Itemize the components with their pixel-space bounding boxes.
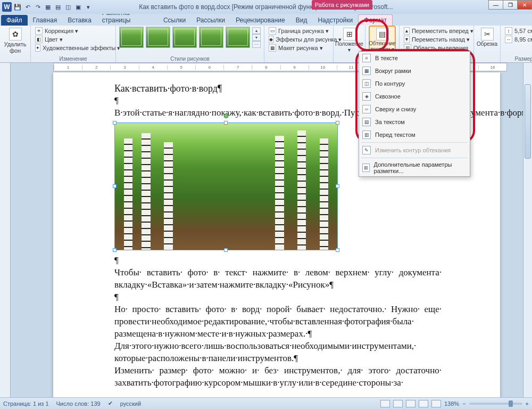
- tab-insert[interactable]: Вставка: [62, 15, 97, 26]
- status-proofing-icon[interactable]: ✔: [108, 400, 113, 407]
- wrap-square-icon: ▦: [362, 67, 371, 75]
- undo-icon[interactable]: ↶: [23, 3, 32, 11]
- redo-icon[interactable]: ↷: [34, 3, 42, 11]
- view-outline-button[interactable]: [419, 400, 428, 407]
- resize-handle[interactable]: [113, 248, 117, 252]
- resize-handle[interactable]: [224, 248, 228, 252]
- wrap-through[interactable]: ◈Сквозное: [359, 90, 470, 103]
- resize-handle[interactable]: [336, 184, 339, 188]
- height-input[interactable]: ↕5,57 см▴▾: [504, 27, 532, 35]
- tab-view[interactable]: Вид: [290, 15, 313, 26]
- save-icon[interactable]: 💾: [13, 3, 22, 11]
- style-thumb[interactable]: [119, 27, 144, 48]
- wrap-behind[interactable]: ▤За текстом: [359, 116, 470, 128]
- zoom-slider[interactable]: [469, 403, 522, 405]
- rotate-handle[interactable]: [224, 113, 229, 118]
- wrap-topbottom[interactable]: ═Сверху и снизу: [359, 103, 470, 116]
- resize-handle[interactable]: [336, 248, 339, 252]
- minimize-button[interactable]: —: [488, 0, 503, 10]
- style-gallery: ▴ ▾ ⋯: [119, 27, 261, 48]
- qat-icon[interactable]: ◫: [64, 3, 72, 11]
- group-label: Размер: [501, 56, 532, 62]
- remove-background-button[interactable]: ✿ Удалить фон: [3, 27, 27, 55]
- zoom-out-button[interactable]: −: [462, 400, 466, 407]
- tab-references[interactable]: Ссылки: [158, 15, 191, 26]
- picture-layout-button[interactable]: ▦Макет рисунка ▾: [268, 44, 330, 52]
- view-draft-button[interactable]: [431, 400, 441, 407]
- border-icon: ▭: [269, 27, 276, 35]
- more-layout-options[interactable]: ⊞Дополнительные параметры разметки...: [359, 159, 470, 176]
- bring-forward-button[interactable]: ▲Переместить вперед ▾: [403, 27, 470, 35]
- wrap-label: Обтекание текстом ▾: [369, 41, 395, 52]
- wrap-tight-icon: ◫: [362, 79, 371, 88]
- status-zoom[interactable]: 138%: [444, 400, 459, 407]
- maximize-button[interactable]: ❐: [503, 0, 518, 10]
- position-button[interactable]: ⊞ Положение ▾: [337, 27, 362, 54]
- status-language[interactable]: русский: [120, 400, 141, 407]
- gallery-down-icon[interactable]: ▾: [252, 34, 261, 41]
- wrap-tight[interactable]: ◫По контуру: [359, 77, 470, 90]
- style-thumb[interactable]: [146, 27, 170, 48]
- artistic-effects-button[interactable]: ✦Художественные эффекты ▾: [34, 44, 112, 52]
- tab-review[interactable]: Рецензирование: [230, 15, 290, 26]
- wrap-icon: ▤: [376, 28, 389, 40]
- edit-points-icon: ✎: [362, 146, 371, 154]
- zoom-slider-thumb[interactable]: [509, 400, 513, 407]
- style-thumb[interactable]: [199, 27, 223, 48]
- qat-icon[interactable]: ▤: [54, 3, 62, 11]
- color-button[interactable]: ◧Цвет ▾: [34, 35, 112, 44]
- doc-para: Для·этого·нужно·всего·лишь·воспользовать…: [114, 340, 442, 365]
- wrap-front[interactable]: ▥Перед текстом: [359, 128, 470, 141]
- pane-icon: ▥: [404, 44, 411, 52]
- vertical-ruler[interactable]: [0, 63, 11, 397]
- crop-button[interactable]: ✂ Обрезка: [477, 27, 497, 48]
- quick-access-toolbar: W 💾 ↶ ↷ ▦ ▤ ◫ ▣ ▾: [2, 2, 93, 12]
- view-reading-button[interactable]: [393, 400, 403, 407]
- backward-icon: ▼: [404, 36, 410, 43]
- wrap-text-button[interactable]: ▤ Обтекание текстом ▾: [369, 26, 396, 54]
- group-label: Стили рисунков: [116, 56, 264, 62]
- gallery-up-icon[interactable]: ▴: [252, 27, 261, 34]
- statusbar: Страница: 1 из 1 Число слов: 139 ✔ русск…: [0, 397, 532, 409]
- tab-mailings[interactable]: Рассылки: [191, 15, 230, 26]
- gallery-scroll: ▴ ▾ ⋯: [252, 27, 261, 48]
- tab-file[interactable]: Файл: [1, 15, 28, 26]
- resize-handle[interactable]: [113, 121, 117, 125]
- tab-home[interactable]: Главная: [28, 15, 63, 26]
- resize-handle[interactable]: [336, 121, 339, 125]
- forward-icon: ▲: [404, 27, 410, 35]
- qat-more-icon[interactable]: ▾: [84, 3, 93, 11]
- resize-handle[interactable]: [113, 184, 117, 188]
- brightness-icon: ☀: [35, 27, 43, 35]
- vertical-scrollbar[interactable]: [523, 63, 532, 397]
- remove-bg-icon: ✿: [9, 28, 22, 40]
- corrections-button[interactable]: ☀Коррекция ▾: [34, 27, 112, 35]
- zoom-in-button[interactable]: +: [526, 400, 529, 407]
- picture-border-button[interactable]: ▭Граница рисунка ▾: [268, 27, 330, 35]
- doc-para: ¶: [114, 255, 442, 267]
- close-button[interactable]: ✕: [517, 0, 532, 10]
- scroll-thumb[interactable]: [525, 84, 531, 159]
- picture-effects-button[interactable]: ◆Эффекты для рисунка ▾: [268, 35, 330, 44]
- status-page[interactable]: Страница: 1 из 1: [3, 400, 49, 407]
- selected-image[interactable]: [114, 122, 338, 250]
- qat-icon[interactable]: ▣: [74, 3, 82, 11]
- qat-icon[interactable]: ▦: [44, 3, 52, 11]
- view-print-layout-button[interactable]: [380, 400, 390, 407]
- width-input[interactable]: ↔8,95 см▴▾: [504, 35, 532, 44]
- style-thumb[interactable]: [226, 27, 250, 48]
- tab-format[interactable]: Формат: [358, 14, 393, 26]
- layout-icon: ▦: [269, 44, 276, 52]
- group-remove-bg: ✿ Удалить фон: [0, 26, 31, 62]
- wrap-square[interactable]: ▦Вокруг рамки: [359, 64, 470, 77]
- window-controls: — ❐ ✕: [489, 0, 532, 10]
- gallery-more-icon[interactable]: ⋯: [252, 41, 261, 48]
- status-wordcount[interactable]: Число слов: 139: [56, 400, 101, 407]
- view-web-button[interactable]: [406, 400, 415, 407]
- style-thumb[interactable]: [172, 27, 197, 48]
- remove-bg-label: Удалить фон: [4, 41, 27, 54]
- resize-handle[interactable]: [224, 121, 228, 125]
- wrap-inline[interactable]: ≡В тексте: [359, 52, 470, 64]
- tab-addins[interactable]: Надстройки: [312, 15, 358, 26]
- send-backward-button[interactable]: ▼Переместить назад ▾: [403, 35, 470, 44]
